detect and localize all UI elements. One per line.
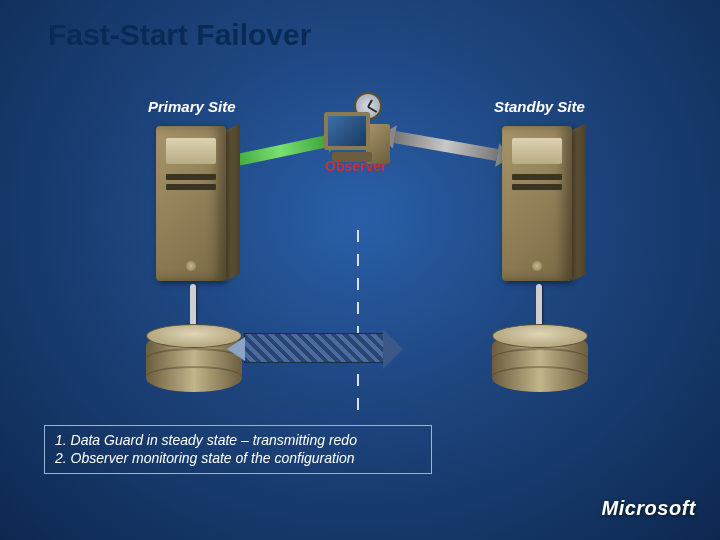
redo-transport-arrow-icon	[244, 333, 384, 363]
slide-title: Fast-Start Failover	[48, 18, 311, 52]
standby-server-icon	[502, 126, 572, 281]
microsoft-logo: Microsoft	[602, 497, 697, 520]
caption-line-1: 1. Data Guard in steady state – transmit…	[55, 432, 421, 450]
observer-standby-arrow-icon	[394, 131, 499, 161]
primary-site-label: Primary Site	[148, 98, 236, 115]
observer-label: Observer	[325, 158, 395, 218]
caption-line-2: 2. Observer monitoring state of the conf…	[55, 450, 421, 468]
observer-node-icon	[322, 104, 392, 164]
caption-box: 1. Data Guard in steady state – transmit…	[44, 425, 432, 474]
standby-site-label: Standby Site	[494, 98, 585, 115]
standby-storage-icon	[492, 332, 588, 392]
logo-text: Microsoft	[602, 497, 697, 520]
site-divider-icon	[357, 230, 359, 420]
observer-primary-arrow-icon	[232, 135, 328, 167]
monitor-icon	[324, 112, 370, 150]
primary-server-icon	[156, 126, 226, 281]
